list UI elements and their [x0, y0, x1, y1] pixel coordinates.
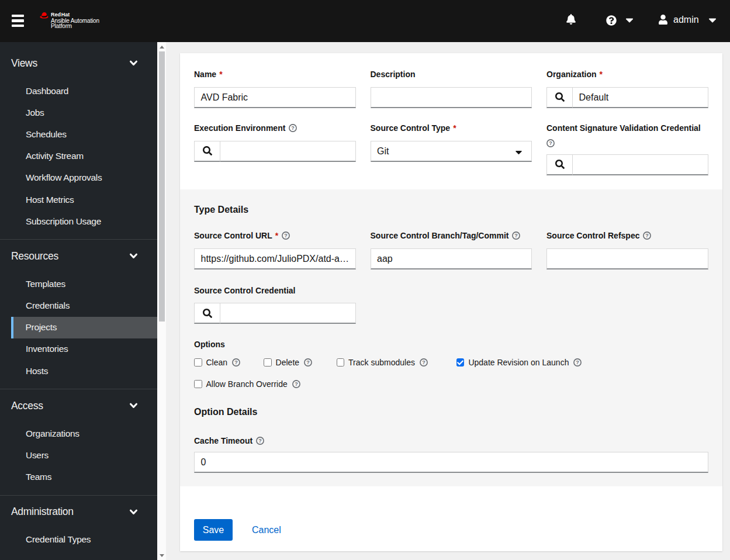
svg-text:?: ? [234, 359, 238, 365]
svg-text:?: ? [258, 438, 262, 444]
svg-text:?: ? [646, 233, 649, 238]
svg-text:?: ? [576, 359, 580, 365]
svg-text:?: ? [306, 359, 310, 365]
svg-text:?: ? [549, 140, 552, 146]
svg-text:?: ? [515, 233, 518, 238]
svg-text:?: ? [422, 359, 425, 365]
svg-text:?: ? [284, 233, 288, 238]
svg-text:?: ? [292, 125, 295, 131]
svg-text:?: ? [295, 381, 298, 387]
